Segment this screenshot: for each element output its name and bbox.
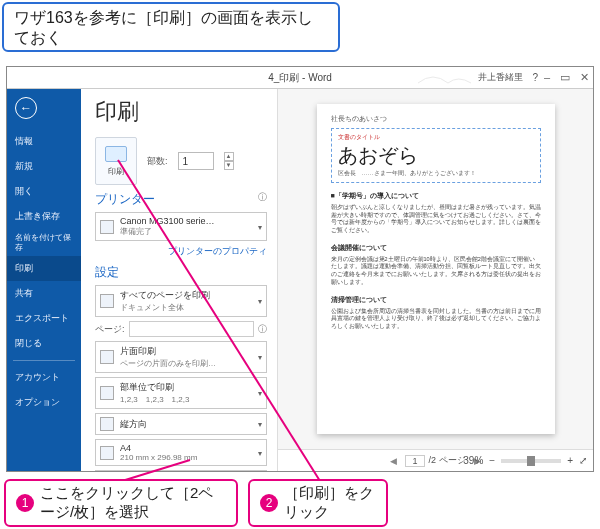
pages-input[interactable] [129, 321, 254, 337]
info-icon[interactable]: ⓘ [258, 323, 267, 336]
printer-name: Canon MG3100 serie… [120, 216, 250, 226]
print-scope-selector[interactable]: すべてのページを印刷 ドキュメント全体 ▾ [95, 285, 267, 317]
sidebar-item-export[interactable]: エクスポート [7, 306, 81, 331]
prev-page-button[interactable]: ◀ [386, 456, 401, 466]
chevron-down-icon: ▾ [258, 297, 262, 306]
sidebar-item-save[interactable]: 上書き保存 [7, 204, 81, 229]
settings-section-heading: 設定 [95, 264, 267, 281]
zoom-slider-knob[interactable] [527, 456, 535, 466]
chevron-down-icon: ▾ [258, 448, 262, 457]
printer-selector[interactable]: Canon MG3100 serie… 準備完了 ▾ [95, 212, 267, 241]
printer-section-heading: プリンター ⓘ [95, 191, 267, 208]
doc-h3: 清掃管理について [331, 295, 541, 305]
callout-text-2: ［印刷］をクリック [284, 484, 376, 522]
doc-title-box: 文書のタイトル あおぞら 区会長 ……さま一年間、ありがとうございます！ [331, 128, 541, 183]
sidebar-item-open[interactable]: 開く [7, 179, 81, 204]
printer-icon [105, 146, 127, 162]
doc-h1: ■「学期号」の導入について [331, 191, 541, 201]
zoom-in-button[interactable]: + [567, 455, 573, 466]
sidebar-item-close[interactable]: 閉じる [7, 331, 81, 356]
spin-down-icon[interactable]: ▼ [224, 161, 234, 170]
document-preview: 社長ちのあいさつ 文書のタイトル あおぞら 区会長 ……さま一年間、ありがとうご… [317, 104, 555, 434]
sides-selector[interactable]: 片面印刷 ページの片面のみを印刷… ▾ [95, 341, 267, 373]
backstage-sidebar: ← 情報 新規 開く 上書き保存 名前を付けて保存 印刷 共有 エクスポート 閉… [7, 89, 81, 471]
doc-p2: 来月の定例会議は第2土曜日の午前10時より、区民会館2階会議室にて開催いたします… [331, 256, 541, 287]
single-side-icon [100, 350, 114, 364]
window-controls: – ▭ ✕ [544, 71, 589, 84]
sidebar-item-print[interactable]: 印刷 [7, 256, 81, 281]
collate-selector[interactable]: 部単位で印刷 1,2,3 1,2,3 1,2,3 ▾ [95, 377, 267, 409]
sidebar-item-options[interactable]: オプション [7, 390, 81, 415]
pages-label: ページ: [95, 323, 125, 336]
zoom-controls: 39% − + ⤢ [463, 455, 587, 466]
pages-icon [100, 294, 114, 308]
titlebar: 4_印刷 - Word 井上香緒里 ? – ▭ ✕ [7, 67, 593, 89]
collate-icon [100, 386, 114, 400]
chevron-down-icon: ▾ [258, 353, 262, 362]
sidebar-item-share[interactable]: 共有 [7, 281, 81, 306]
sidebar-item-info[interactable]: 情報 [7, 129, 81, 154]
printer-device-icon [100, 220, 114, 234]
preview-footer: ◀ 1 /2 ページ ▶ 39% − + ⤢ [278, 449, 593, 471]
fit-page-button[interactable]: ⤢ [579, 455, 587, 466]
chevron-down-icon: ▾ [258, 420, 262, 429]
orientation-selector[interactable]: 縦方向 ▾ [95, 413, 267, 435]
back-button[interactable]: ← [15, 97, 37, 119]
doc-p3: 公園および集会所周辺の清掃当番表を同封しました。当番の方は前日までに用具置場の鍵… [331, 308, 541, 331]
callout-text-1: ここをクリックして［2ページ/枚］を選択 [40, 484, 226, 522]
instruction-callout-2: 2 ［印刷］をクリック [248, 479, 388, 527]
sidebar-item-new[interactable]: 新規 [7, 154, 81, 179]
print-button-label: 印刷 [108, 166, 124, 177]
chevron-down-icon: ▾ [258, 389, 262, 398]
doc-topline: 社長ちのあいさつ [331, 114, 541, 124]
portrait-icon [100, 417, 114, 431]
preview-area: 社長ちのあいさつ 文書のタイトル あおぞら 区会長 ……さま一年間、ありがとうご… [278, 89, 593, 449]
copies-label: 部数: [147, 155, 168, 168]
page-title: 印刷 [95, 97, 267, 127]
window-title: 4_印刷 - Word [268, 71, 332, 85]
spin-up-icon[interactable]: ▲ [224, 152, 234, 161]
instruction-callout-1: 1 ここをクリックして［2ページ/枚］を選択 [4, 479, 238, 527]
page-count-label: /2 ページ [429, 454, 466, 467]
doc-stamp: 文書のタイトル [338, 133, 534, 142]
printer-status: 準備完了 [120, 226, 250, 237]
doc-p1: 朝夕はずいぶんと涼しくなりましたが、昼間はまだ暑さが残っています。気温差が大きい… [331, 204, 541, 235]
zoom-out-button[interactable]: − [489, 455, 495, 466]
instruction-callout-top: ワザ163を参考に［印刷］の画面を表示しておく [2, 2, 340, 52]
copies-value: 1 [183, 156, 189, 167]
zoom-slider[interactable] [501, 459, 561, 463]
close-button[interactable]: ✕ [580, 71, 589, 84]
print-settings-panel: 印刷 印刷 部数: 1 ▲ ▼ プリンター [81, 89, 277, 471]
margins-selector[interactable]: 標準の余白 左: 30 mm 右: 30 … ▾ [95, 470, 267, 471]
sidebar-item-saveas[interactable]: 名前を付けて保存 [7, 229, 81, 256]
sidebar-separator [13, 360, 75, 361]
ribbon-decoration [413, 69, 473, 87]
minimize-button[interactable]: – [544, 71, 550, 84]
doc-title: あおぞら [338, 142, 534, 169]
copies-spinner[interactable]: ▲ ▼ [224, 152, 234, 170]
info-icon[interactable]: ⓘ [258, 191, 267, 204]
paper-size-selector[interactable]: A4 210 mm x 296.98 mm ▾ [95, 439, 267, 466]
print-button[interactable]: 印刷 [95, 137, 137, 185]
help-icon[interactable]: ? [532, 72, 538, 83]
word-window: 4_印刷 - Word 井上香緒里 ? – ▭ ✕ ← 情報 新規 開く 上書き… [6, 66, 594, 472]
zoom-percent: 39% [463, 455, 483, 466]
sidebar-item-account[interactable]: アカウント [7, 365, 81, 390]
user-name[interactable]: 井上香緒里 [478, 71, 523, 84]
callout-number-2: 2 [260, 494, 278, 512]
doc-subtitle: 区会長 ……さま一年間、ありがとうございます！ [338, 169, 534, 178]
doc-h2: 会議開催について [331, 243, 541, 253]
copies-input[interactable]: 1 [178, 152, 214, 170]
printer-properties-link[interactable]: プリンターのプロパティ [95, 245, 267, 258]
maximize-button[interactable]: ▭ [560, 71, 570, 84]
back-arrow-icon: ← [20, 101, 32, 115]
instruction-text: ワザ163を参考に［印刷］の画面を表示しておく [14, 9, 313, 46]
print-preview-panel: 社長ちのあいさつ 文書のタイトル あおぞら 区会長 ……さま一年間、ありがとうご… [277, 89, 593, 471]
page-number-input[interactable]: 1 [405, 455, 424, 467]
callout-number-1: 1 [16, 494, 34, 512]
paper-icon [100, 446, 114, 460]
chevron-down-icon: ▾ [258, 222, 262, 231]
